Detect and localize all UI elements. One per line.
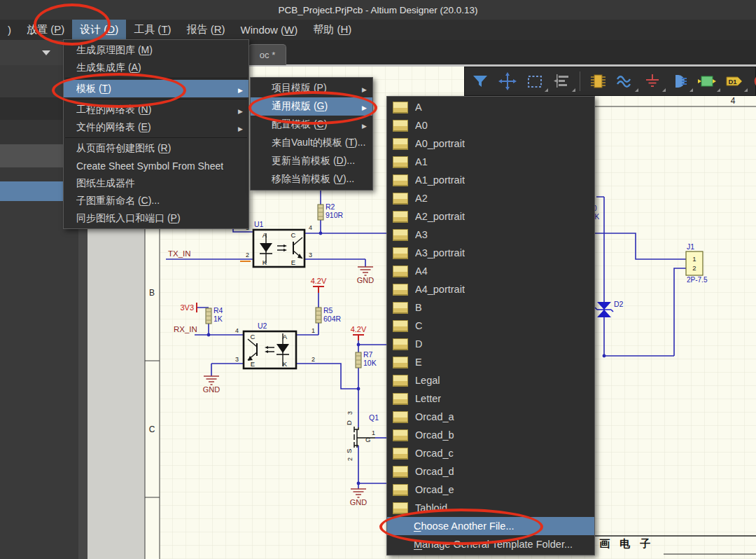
template-icon bbox=[393, 211, 408, 223]
mi-template-10[interactable]: A4_portrait bbox=[387, 280, 594, 298]
mi-template-8[interactable]: A3_portrait bbox=[387, 244, 594, 262]
mi-update-current-template[interactable]: 更新当前模板 (D)... bbox=[251, 152, 372, 170]
mi-template-15[interactable]: Legal bbox=[387, 371, 594, 389]
no-erc-icon[interactable] bbox=[752, 71, 756, 91]
menubar-reports[interactable]: 报告 (R) bbox=[179, 20, 233, 40]
template-icon bbox=[393, 229, 408, 241]
mi-template-19[interactable]: Orcad_c bbox=[387, 444, 594, 462]
designator: R5 bbox=[323, 306, 333, 315]
mi-template-1[interactable]: A0 bbox=[387, 116, 594, 134]
menu-item-label: ) bbox=[8, 24, 11, 36]
mi-choose-another-file[interactable]: Choose Another File... bbox=[387, 517, 594, 535]
document-tab-label: oc * bbox=[260, 50, 275, 60]
net-label-rx: RX_IN bbox=[174, 325, 197, 333]
mi-create-sheet-from-symbol[interactable]: 从页面符创建图纸 (R) bbox=[64, 139, 248, 157]
template-icon bbox=[393, 138, 408, 150]
mi-template-7[interactable]: A3 bbox=[387, 226, 594, 244]
menu-item-label: D bbox=[415, 338, 422, 350]
menubar-fragment[interactable]: ) bbox=[0, 20, 19, 40]
mi-template-11[interactable]: B bbox=[387, 298, 594, 317]
template-icon bbox=[393, 156, 408, 168]
align-icon[interactable] bbox=[552, 71, 572, 91]
wire-icon[interactable] bbox=[615, 71, 635, 91]
menubar-design[interactable]: 设计 (D) bbox=[72, 20, 126, 40]
menu-item-label: Orcad_c bbox=[415, 448, 454, 459]
menubar-help[interactable]: 帮助 (H) bbox=[305, 20, 359, 40]
component-icon[interactable] bbox=[588, 71, 608, 91]
chevron-down-icon[interactable] bbox=[42, 50, 50, 55]
power-label: 4.2V bbox=[311, 277, 327, 285]
comment: 1K bbox=[214, 315, 223, 323]
svg-text:1: 1 bbox=[312, 327, 315, 334]
filter-icon[interactable] bbox=[470, 71, 490, 91]
active-bar-toolbar: D1 bbox=[464, 67, 756, 96]
menu-item-label: E bbox=[415, 357, 422, 368]
mi-template-17[interactable]: Orcad_a bbox=[387, 408, 594, 426]
menu-item-label: 生成集成库 (A) bbox=[76, 62, 141, 74]
mi-template-22[interactable]: Tabloid bbox=[387, 499, 594, 517]
mi-manage-template-folder[interactable]: Manage General Template Folder... bbox=[387, 535, 594, 553]
menu-item-label: A0 bbox=[415, 120, 428, 131]
template-icon bbox=[393, 393, 408, 405]
mi-template-18[interactable]: Orcad_b bbox=[387, 426, 594, 444]
svg-text:C: C bbox=[291, 231, 296, 239]
mi-template-0[interactable]: A bbox=[387, 98, 594, 116]
svg-text:G: G bbox=[365, 436, 370, 443]
mi-template-5[interactable]: A2 bbox=[387, 189, 594, 207]
move-icon[interactable] bbox=[498, 71, 517, 91]
menu-item-label: A4_portrait bbox=[415, 284, 465, 295]
template-icon bbox=[393, 429, 408, 441]
mi-general-templates[interactable]: 通用模版 (G) bbox=[251, 97, 372, 116]
mi-template-16[interactable]: Letter bbox=[387, 389, 594, 408]
mi-template-14[interactable]: E bbox=[387, 353, 594, 371]
template-icon bbox=[393, 102, 408, 113]
d1-directive-icon[interactable]: D1 bbox=[724, 71, 744, 91]
sheet-row-label-c: C bbox=[149, 425, 155, 434]
mi-template-13[interactable]: D bbox=[387, 335, 594, 353]
menu-item-label: A2_portrait bbox=[415, 211, 465, 222]
mi-template-20[interactable]: Orcad_d bbox=[387, 462, 594, 481]
mi-template-9[interactable]: A4 bbox=[387, 262, 594, 280]
svg-text:D: D bbox=[345, 420, 353, 425]
svg-text:1: 1 bbox=[372, 429, 375, 436]
mi-configure-template[interactable]: 配置模板 (C) bbox=[251, 116, 372, 134]
menu-item-label: Tabloid bbox=[415, 502, 447, 513]
mi-template-12[interactable]: C bbox=[387, 317, 594, 335]
altium-designer-window: PCB_Project.PrjPcb - Altium Designer (20… bbox=[0, 0, 756, 559]
net-label-tx: TX_IN bbox=[168, 249, 191, 258]
mi-sync-sheet-entries[interactable]: 同步图纸入口和端口 (P) bbox=[64, 209, 248, 227]
mi-rename-child-sheet[interactable]: 子图重新命名 (C)... bbox=[64, 192, 248, 209]
mi-template-4[interactable]: A1_portrait bbox=[387, 171, 594, 189]
menu-item-label: 通用模版 (G) bbox=[272, 100, 328, 113]
mi-project-templates[interactable]: 项目模版 (P) bbox=[251, 79, 372, 97]
menu-item-label: A4 bbox=[415, 265, 428, 277]
selection-area-icon[interactable] bbox=[525, 71, 545, 91]
menubar-tools[interactable]: 工具 (T) bbox=[126, 20, 178, 40]
mi-make-integrated-library[interactable]: 生成集成库 (A) bbox=[64, 59, 248, 76]
mi-template-6[interactable]: A2_portrait bbox=[387, 207, 594, 226]
mi-template-from-vault[interactable]: 来自Vault的模板 (T)... bbox=[251, 134, 372, 152]
mi-document-netlist[interactable]: 文件的网络表 (E) bbox=[64, 118, 248, 136]
mi-template-3[interactable]: A1 bbox=[387, 153, 594, 171]
mi-template[interactable]: 模板 (T) bbox=[64, 80, 248, 97]
mi-create-parts-from-sheet[interactable]: 图纸生成器件 bbox=[64, 174, 248, 192]
sheet-symbol-icon[interactable] bbox=[697, 71, 717, 91]
menubar-place[interactable]: 放置 (P) bbox=[19, 20, 72, 40]
mi-remove-current-template[interactable]: 移除当前模板 (V)... bbox=[251, 170, 372, 188]
svg-text:3: 3 bbox=[235, 356, 239, 363]
gnd-icon[interactable] bbox=[643, 71, 662, 91]
power-label: 3V3 bbox=[180, 303, 194, 312]
mi-template-2[interactable]: A0_portrait bbox=[387, 134, 594, 153]
menu-item-label: A0_portrait bbox=[415, 138, 465, 149]
mi-make-schematic-library[interactable]: 生成原理图库 (M) bbox=[64, 41, 248, 59]
harness-icon[interactable] bbox=[670, 71, 690, 91]
comment: 910R bbox=[326, 211, 344, 219]
document-tab[interactable]: oc * bbox=[248, 44, 286, 65]
menu-item-label: 从页面符创建图纸 (R) bbox=[76, 142, 171, 155]
menu-item-label: 来自Vault的模板 (T)... bbox=[272, 137, 365, 149]
mi-create-sheet-symbol-from-sheet[interactable]: Create Sheet Symbol From Sheet bbox=[64, 157, 248, 174]
template-icon bbox=[393, 193, 408, 205]
menubar-window[interactable]: Window (W) bbox=[233, 20, 306, 40]
mi-project-netlist[interactable]: 工程的网络表 (N) bbox=[64, 101, 248, 118]
mi-template-21[interactable]: Orcad_e bbox=[387, 481, 594, 499]
